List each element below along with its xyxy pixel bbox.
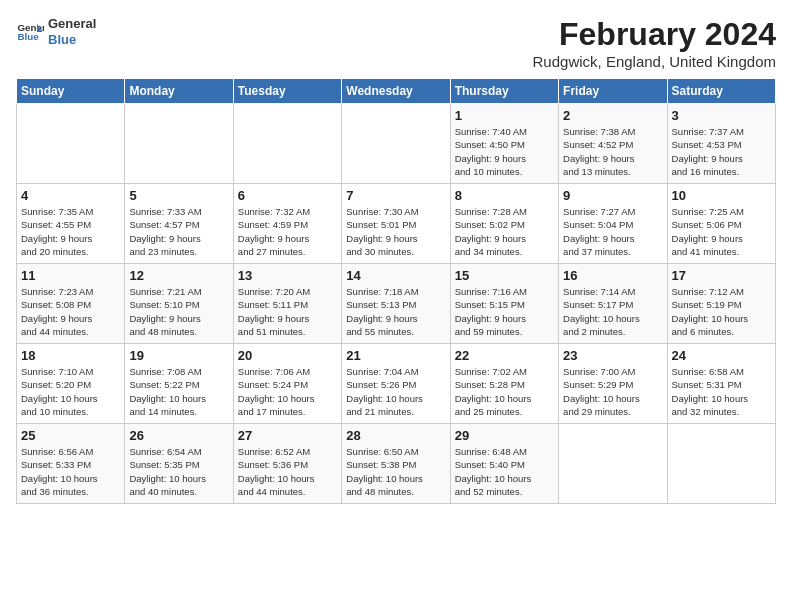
day-number: 11 [21, 268, 120, 283]
day-info: Sunrise: 6:58 AM Sunset: 5:31 PM Dayligh… [672, 365, 771, 418]
day-number: 12 [129, 268, 228, 283]
calendar-cell: 2Sunrise: 7:38 AM Sunset: 4:52 PM Daylig… [559, 104, 667, 184]
day-header-wednesday: Wednesday [342, 79, 450, 104]
calendar-cell: 28Sunrise: 6:50 AM Sunset: 5:38 PM Dayli… [342, 424, 450, 504]
day-number: 16 [563, 268, 662, 283]
day-info: Sunrise: 7:38 AM Sunset: 4:52 PM Dayligh… [563, 125, 662, 178]
calendar-cell: 13Sunrise: 7:20 AM Sunset: 5:11 PM Dayli… [233, 264, 341, 344]
calendar-week-row: 25Sunrise: 6:56 AM Sunset: 5:33 PM Dayli… [17, 424, 776, 504]
day-info: Sunrise: 7:21 AM Sunset: 5:10 PM Dayligh… [129, 285, 228, 338]
calendar-cell: 25Sunrise: 6:56 AM Sunset: 5:33 PM Dayli… [17, 424, 125, 504]
calendar-cell: 7Sunrise: 7:30 AM Sunset: 5:01 PM Daylig… [342, 184, 450, 264]
day-number: 26 [129, 428, 228, 443]
day-info: Sunrise: 6:56 AM Sunset: 5:33 PM Dayligh… [21, 445, 120, 498]
logo-text: General Blue [48, 16, 96, 47]
day-number: 29 [455, 428, 554, 443]
day-number: 21 [346, 348, 445, 363]
calendar-cell: 8Sunrise: 7:28 AM Sunset: 5:02 PM Daylig… [450, 184, 558, 264]
calendar-cell [17, 104, 125, 184]
day-number: 1 [455, 108, 554, 123]
day-info: Sunrise: 7:23 AM Sunset: 5:08 PM Dayligh… [21, 285, 120, 338]
page-header: General Blue General Blue February 2024 … [16, 16, 776, 70]
calendar-cell: 14Sunrise: 7:18 AM Sunset: 5:13 PM Dayli… [342, 264, 450, 344]
day-number: 22 [455, 348, 554, 363]
day-info: Sunrise: 7:25 AM Sunset: 5:06 PM Dayligh… [672, 205, 771, 258]
day-number: 18 [21, 348, 120, 363]
calendar-cell: 4Sunrise: 7:35 AM Sunset: 4:55 PM Daylig… [17, 184, 125, 264]
day-number: 13 [238, 268, 337, 283]
logo-icon: General Blue [16, 18, 44, 46]
day-number: 27 [238, 428, 337, 443]
day-header-friday: Friday [559, 79, 667, 104]
day-info: Sunrise: 7:37 AM Sunset: 4:53 PM Dayligh… [672, 125, 771, 178]
calendar-cell [342, 104, 450, 184]
calendar-cell: 15Sunrise: 7:16 AM Sunset: 5:15 PM Dayli… [450, 264, 558, 344]
day-info: Sunrise: 7:27 AM Sunset: 5:04 PM Dayligh… [563, 205, 662, 258]
calendar-cell [125, 104, 233, 184]
calendar-week-row: 11Sunrise: 7:23 AM Sunset: 5:08 PM Dayli… [17, 264, 776, 344]
day-number: 5 [129, 188, 228, 203]
day-info: Sunrise: 7:18 AM Sunset: 5:13 PM Dayligh… [346, 285, 445, 338]
calendar-cell: 18Sunrise: 7:10 AM Sunset: 5:20 PM Dayli… [17, 344, 125, 424]
calendar-cell [233, 104, 341, 184]
day-number: 25 [21, 428, 120, 443]
day-info: Sunrise: 6:48 AM Sunset: 5:40 PM Dayligh… [455, 445, 554, 498]
day-number: 10 [672, 188, 771, 203]
day-info: Sunrise: 7:28 AM Sunset: 5:02 PM Dayligh… [455, 205, 554, 258]
day-info: Sunrise: 7:40 AM Sunset: 4:50 PM Dayligh… [455, 125, 554, 178]
day-number: 19 [129, 348, 228, 363]
day-number: 24 [672, 348, 771, 363]
day-info: Sunrise: 7:32 AM Sunset: 4:59 PM Dayligh… [238, 205, 337, 258]
calendar-week-row: 18Sunrise: 7:10 AM Sunset: 5:20 PM Dayli… [17, 344, 776, 424]
calendar-cell: 12Sunrise: 7:21 AM Sunset: 5:10 PM Dayli… [125, 264, 233, 344]
day-header-tuesday: Tuesday [233, 79, 341, 104]
calendar-week-row: 1Sunrise: 7:40 AM Sunset: 4:50 PM Daylig… [17, 104, 776, 184]
calendar-cell: 10Sunrise: 7:25 AM Sunset: 5:06 PM Dayli… [667, 184, 775, 264]
calendar-cell: 9Sunrise: 7:27 AM Sunset: 5:04 PM Daylig… [559, 184, 667, 264]
calendar-cell: 20Sunrise: 7:06 AM Sunset: 5:24 PM Dayli… [233, 344, 341, 424]
day-info: Sunrise: 7:33 AM Sunset: 4:57 PM Dayligh… [129, 205, 228, 258]
day-header-sunday: Sunday [17, 79, 125, 104]
day-info: Sunrise: 7:35 AM Sunset: 4:55 PM Dayligh… [21, 205, 120, 258]
day-info: Sunrise: 7:14 AM Sunset: 5:17 PM Dayligh… [563, 285, 662, 338]
calendar-cell: 27Sunrise: 6:52 AM Sunset: 5:36 PM Dayli… [233, 424, 341, 504]
day-header-thursday: Thursday [450, 79, 558, 104]
logo-line1: General [48, 16, 96, 32]
calendar-cell: 26Sunrise: 6:54 AM Sunset: 5:35 PM Dayli… [125, 424, 233, 504]
day-number: 3 [672, 108, 771, 123]
calendar-table: SundayMondayTuesdayWednesdayThursdayFrid… [16, 78, 776, 504]
day-header-monday: Monday [125, 79, 233, 104]
day-info: Sunrise: 7:04 AM Sunset: 5:26 PM Dayligh… [346, 365, 445, 418]
day-info: Sunrise: 6:50 AM Sunset: 5:38 PM Dayligh… [346, 445, 445, 498]
day-info: Sunrise: 7:06 AM Sunset: 5:24 PM Dayligh… [238, 365, 337, 418]
day-info: Sunrise: 7:00 AM Sunset: 5:29 PM Dayligh… [563, 365, 662, 418]
day-number: 7 [346, 188, 445, 203]
calendar-cell: 21Sunrise: 7:04 AM Sunset: 5:26 PM Dayli… [342, 344, 450, 424]
calendar-cell: 16Sunrise: 7:14 AM Sunset: 5:17 PM Dayli… [559, 264, 667, 344]
day-info: Sunrise: 7:16 AM Sunset: 5:15 PM Dayligh… [455, 285, 554, 338]
calendar-cell: 1Sunrise: 7:40 AM Sunset: 4:50 PM Daylig… [450, 104, 558, 184]
calendar-title: February 2024 [533, 16, 776, 53]
day-info: Sunrise: 7:08 AM Sunset: 5:22 PM Dayligh… [129, 365, 228, 418]
calendar-week-row: 4Sunrise: 7:35 AM Sunset: 4:55 PM Daylig… [17, 184, 776, 264]
day-number: 2 [563, 108, 662, 123]
day-number: 23 [563, 348, 662, 363]
day-number: 6 [238, 188, 337, 203]
calendar-subtitle: Rudgwick, England, United Kingdom [533, 53, 776, 70]
day-number: 4 [21, 188, 120, 203]
logo: General Blue General Blue [16, 16, 96, 47]
calendar-cell: 11Sunrise: 7:23 AM Sunset: 5:08 PM Dayli… [17, 264, 125, 344]
day-number: 9 [563, 188, 662, 203]
day-number: 28 [346, 428, 445, 443]
calendar-cell: 5Sunrise: 7:33 AM Sunset: 4:57 PM Daylig… [125, 184, 233, 264]
day-info: Sunrise: 6:52 AM Sunset: 5:36 PM Dayligh… [238, 445, 337, 498]
day-info: Sunrise: 7:30 AM Sunset: 5:01 PM Dayligh… [346, 205, 445, 258]
calendar-cell: 6Sunrise: 7:32 AM Sunset: 4:59 PM Daylig… [233, 184, 341, 264]
day-number: 17 [672, 268, 771, 283]
day-info: Sunrise: 7:10 AM Sunset: 5:20 PM Dayligh… [21, 365, 120, 418]
calendar-cell [667, 424, 775, 504]
svg-text:Blue: Blue [17, 31, 39, 42]
day-info: Sunrise: 7:12 AM Sunset: 5:19 PM Dayligh… [672, 285, 771, 338]
day-info: Sunrise: 6:54 AM Sunset: 5:35 PM Dayligh… [129, 445, 228, 498]
calendar-cell: 17Sunrise: 7:12 AM Sunset: 5:19 PM Dayli… [667, 264, 775, 344]
